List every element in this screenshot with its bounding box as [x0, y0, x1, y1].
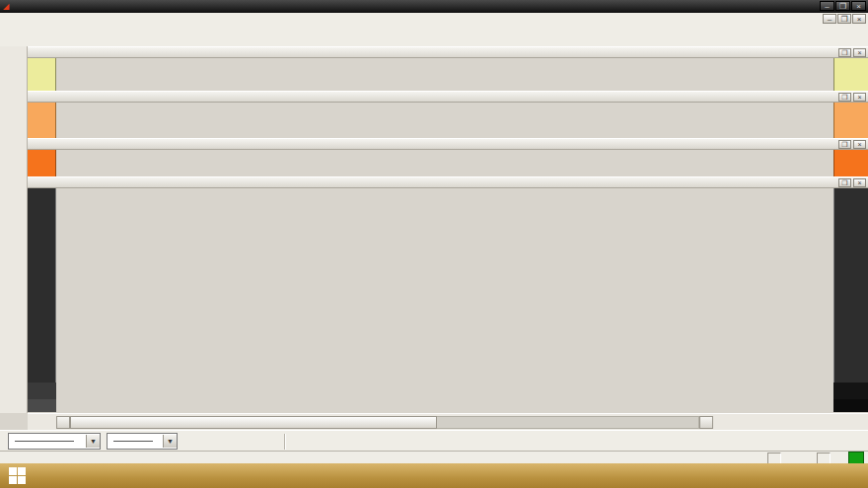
- child-window-controls: – ❐ ×: [823, 14, 866, 24]
- trend-mi5-left-scale: [28, 150, 56, 176]
- sign-osc-left-scale: [28, 58, 56, 91]
- panel-header-osc-tuga[interactable]: ❐ ×: [28, 91, 868, 103]
- trend-mi5-right-scale: [833, 150, 868, 176]
- chart-area: ❐ × ❐ × ❐ × ❐: [28, 46, 868, 413]
- osc-tuga-right-scale: [833, 103, 868, 138]
- title-bar: ◢ – ❐ ×: [0, 0, 868, 13]
- windows-logo-icon: [9, 467, 26, 484]
- panel-close-icon[interactable]: ×: [853, 93, 866, 102]
- panel-restore-icon[interactable]: ❐: [838, 178, 851, 187]
- date-axis[interactable]: [56, 399, 833, 412]
- panel-close-icon[interactable]: ×: [853, 140, 866, 149]
- trend-mi5-plot[interactable]: [56, 150, 833, 176]
- hscroll-track[interactable]: [437, 416, 699, 429]
- status-value-field: [817, 453, 831, 464]
- ribbon-right-spacer: [833, 383, 868, 399]
- line-style-dropdown[interactable]: ▼: [8, 433, 101, 450]
- metastock-window: ◢ – ❐ × – ❐ × ❐ ×: [0, 0, 868, 488]
- restore-button[interactable]: ❐: [835, 1, 850, 11]
- x-axis-row: [28, 399, 868, 412]
- child-restore-button[interactable]: ❐: [837, 14, 851, 24]
- metastock-logo-icon: ◢: [3, 2, 9, 11]
- price-right-scale: [833, 188, 868, 383]
- chart-scroll-row: [28, 413, 868, 431]
- minimize-button[interactable]: –: [820, 1, 834, 11]
- line-weight-dropdown[interactable]: ▼: [107, 433, 178, 450]
- panel-restore-icon[interactable]: ❐: [838, 140, 851, 149]
- hscroll-thumb[interactable]: [70, 416, 437, 429]
- status-date-field: [767, 453, 781, 464]
- windows-taskbar: [0, 463, 868, 488]
- panel-header-price[interactable]: ❐ ×: [28, 176, 868, 188]
- document-title: [306, 2, 311, 12]
- panel-header-sign-osc[interactable]: ❐ ×: [28, 46, 868, 58]
- sign-osc-right-scale: [833, 58, 868, 91]
- child-minimize-button[interactable]: –: [823, 14, 836, 24]
- expert-ribbon[interactable]: [56, 383, 833, 399]
- panel-header-trend-mi5[interactable]: ❐ ×: [28, 138, 868, 150]
- price-plot[interactable]: [56, 188, 833, 383]
- menu-bar: – ❐ ×: [0, 13, 868, 27]
- price-left-scale: [28, 188, 56, 383]
- x-axis-left-spacer: [28, 399, 56, 412]
- panel-restore-icon[interactable]: ❐: [838, 93, 851, 102]
- start-button[interactable]: [0, 463, 34, 488]
- ribbon-left-spacer: [28, 383, 56, 399]
- child-close-button[interactable]: ×: [852, 14, 866, 24]
- drawing-toolbar: [0, 46, 28, 413]
- osc-tuga-plot[interactable]: [56, 103, 833, 138]
- dropdown-arrow-icon[interactable]: ▼: [163, 435, 177, 448]
- status-bar: [0, 451, 868, 464]
- x-axis-right-spacer: [833, 399, 868, 412]
- window-controls: – ❐ ×: [820, 1, 866, 11]
- panel-close-icon[interactable]: ×: [853, 178, 866, 187]
- hscroll-left-arrow[interactable]: [56, 416, 70, 429]
- osc-tuga-left-scale: [28, 103, 56, 138]
- dropdown-arrow-icon[interactable]: ▼: [86, 435, 100, 448]
- style-toolbar: ▼ ▼: [0, 430, 868, 452]
- sign-osc-plot[interactable]: [56, 58, 833, 91]
- expert-ribbon-row: [28, 383, 868, 399]
- close-button[interactable]: ×: [851, 1, 866, 11]
- main-toolbar: [0, 26, 868, 47]
- panel-close-icon[interactable]: ×: [853, 48, 866, 57]
- panel-restore-icon[interactable]: ❐: [838, 48, 851, 57]
- hscroll-right-arrow[interactable]: [699, 416, 713, 429]
